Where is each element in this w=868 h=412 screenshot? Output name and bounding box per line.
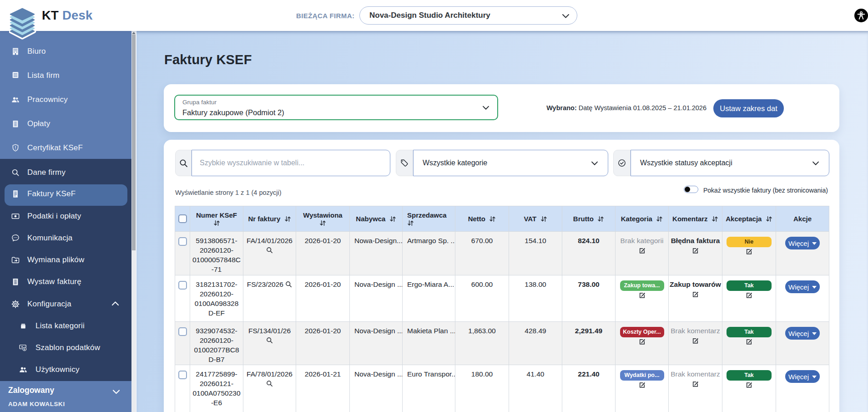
svg-text:$: $ xyxy=(24,348,25,351)
